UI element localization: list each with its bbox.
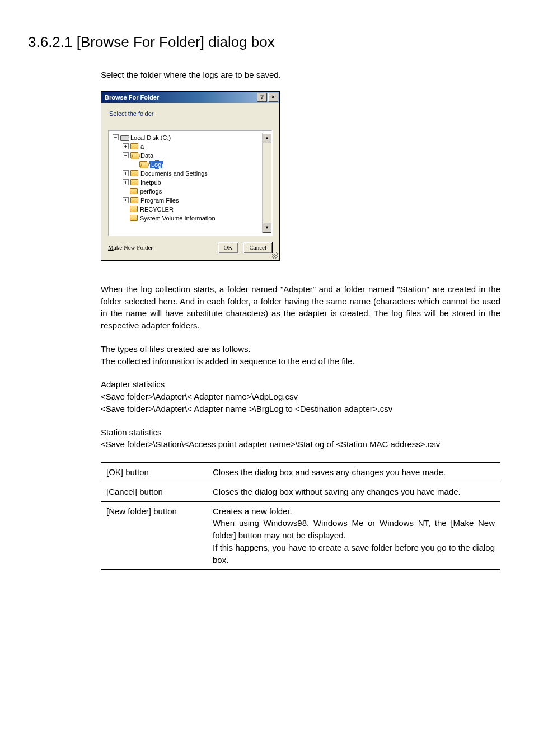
folder-icon	[130, 197, 138, 203]
folder-icon	[130, 170, 138, 176]
tree-node-local-disk[interactable]: − Local Disk (C:)	[113, 133, 262, 142]
browse-folder-dialog: Browse For Folder ? × Select the folder.…	[101, 91, 280, 261]
scroll-down-button[interactable]: ▼	[263, 223, 271, 233]
close-button[interactable]: ×	[268, 93, 278, 102]
dialog-instruction: Select the folder.	[109, 110, 273, 118]
dialog-title-text: Browse For Folder	[105, 93, 159, 101]
table-row: [New folder] button Creates a new folder…	[101, 501, 500, 570]
paragraph: When the log collection starts, a folder…	[101, 283, 500, 332]
tree-label: Program Files	[140, 196, 179, 204]
folder-icon	[130, 206, 138, 212]
folder-icon	[130, 188, 138, 194]
table-key: [Cancel] button	[101, 482, 207, 501]
section-heading: 3.6.2.1 [Browse For Folder] dialog box	[28, 34, 506, 51]
lead-text: Select the folder where the logs are to …	[101, 69, 500, 81]
folder-icon	[130, 179, 138, 185]
scroll-up-button[interactable]: ▲	[263, 133, 271, 143]
tree-node-documents-settings[interactable]: + Documents and Settings	[113, 169, 262, 178]
resize-grip-icon[interactable]	[271, 252, 278, 259]
button-description-table: [OK] button Closes the dialog box and sa…	[101, 462, 500, 570]
table-value: Closes the dialog box without saving any…	[207, 482, 500, 501]
expander-minus-icon[interactable]: −	[123, 152, 129, 158]
tree-node-program-files[interactable]: + Program Files	[113, 196, 262, 205]
tree-node-inetpub[interactable]: + Inetpub	[113, 178, 262, 187]
tree-label-selected: Log	[149, 160, 163, 169]
table-value: Closes the dialog box and saves any chan…	[207, 462, 500, 482]
paragraph-line: The types of files created are as follow…	[101, 343, 500, 355]
tree-node-svi[interactable]: System Volume Information	[113, 214, 262, 223]
path-line: <Save folder>\Adapter\< Adapter name>\Ad…	[101, 391, 500, 403]
table-row: [Cancel] button Closes the dialog box wi…	[101, 482, 500, 501]
drive-icon	[120, 134, 128, 140]
make-new-folder-button[interactable]: Make New Folder	[108, 243, 153, 251]
tree-node-perflogs[interactable]: perflogs	[113, 187, 262, 196]
tree-label: perflogs	[140, 187, 162, 195]
tree-label: Local Disk (C:)	[130, 134, 171, 142]
table-value-line: When using Windows98, Windows Me or Wind…	[213, 517, 495, 542]
sub-heading: Adapter statistics	[101, 378, 500, 391]
tree-node-data[interactable]: − Data	[113, 151, 262, 160]
paragraph-line: The collected information is added in se…	[101, 355, 500, 368]
scrollbar[interactable]: ▲ ▼	[262, 133, 271, 233]
folder-icon	[130, 143, 138, 149]
cancel-button[interactable]: Cancel	[243, 242, 273, 253]
table-key: [New folder] button	[101, 501, 207, 570]
tree-node-a[interactable]: + a	[113, 142, 262, 151]
tree-label: Inetpub	[140, 179, 161, 186]
tree-label: a	[140, 143, 144, 151]
expander-minus-icon[interactable]: −	[113, 134, 119, 140]
path-line: <Save folder>\Station\<Access point adap…	[101, 438, 500, 450]
folder-open-icon	[130, 152, 138, 158]
table-value: Creates a new folder. When using Windows…	[207, 501, 500, 570]
table-value-line: Creates a new folder.	[213, 505, 495, 518]
help-button[interactable]: ?	[257, 93, 267, 102]
table-key: [OK] button	[101, 462, 207, 482]
folder-open-icon	[139, 161, 147, 167]
table-value-line: If this happens, you have to create a sa…	[213, 542, 495, 566]
sub-heading: Station statistics	[101, 426, 500, 439]
expander-plus-icon[interactable]: +	[123, 179, 129, 185]
expander-plus-icon[interactable]: +	[123, 170, 129, 176]
tree-label: System Volume Information	[140, 214, 216, 222]
folder-tree[interactable]: − Local Disk (C:) + a −	[108, 130, 273, 236]
path-line: <Save folder>\Adapter\< Adapter name >\B…	[101, 403, 500, 415]
tree-node-recycler[interactable]: RECYCLER	[113, 205, 262, 214]
tree-label: Data	[140, 152, 153, 159]
tree-label: RECYCLER	[140, 205, 174, 213]
ok-button[interactable]: OK	[218, 242, 239, 253]
dialog-titlebar: Browse For Folder ? ×	[101, 92, 279, 103]
tree-label: Documents and Settings	[140, 170, 208, 177]
table-row: [OK] button Closes the dialog box and sa…	[101, 462, 500, 482]
expander-plus-icon[interactable]: +	[123, 143, 129, 149]
tree-node-log[interactable]: Log	[113, 160, 262, 169]
expander-plus-icon[interactable]: +	[123, 197, 129, 203]
folder-icon	[130, 215, 138, 221]
